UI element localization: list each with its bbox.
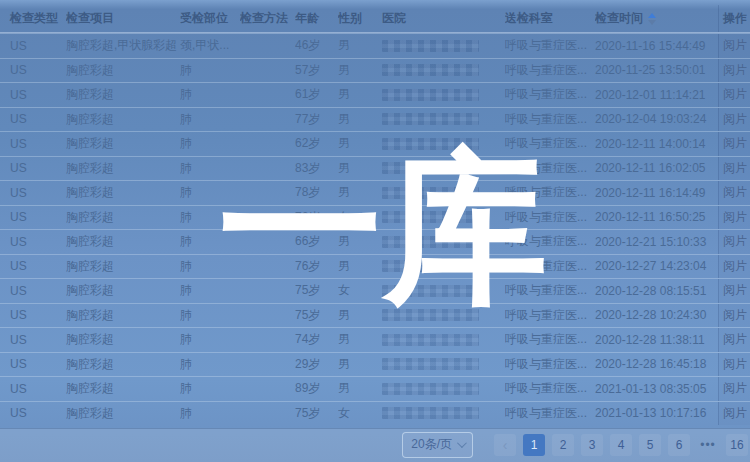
view-images-link[interactable]: 阅片 xyxy=(723,184,747,201)
column-header-time[interactable]: 检查时间 xyxy=(595,10,718,27)
cell-age: 77岁 xyxy=(295,111,338,128)
cell-part: 肺 xyxy=(180,258,240,275)
cell-op: 阅片 xyxy=(718,108,750,132)
cell-item: 胸腔彩超 xyxy=(66,331,180,348)
cell-part: 肺 xyxy=(180,405,240,422)
table-row: US胸腔彩超肺83岁男呼吸与重症医...2020-12-11 16:02:05阅… xyxy=(0,156,750,181)
view-images-link[interactable]: 阅片 xyxy=(723,356,747,373)
view-images-link[interactable]: 阅片 xyxy=(723,331,747,348)
cell-type: US xyxy=(0,284,66,298)
cell-item: 胸腔彩超 xyxy=(66,233,180,250)
view-images-link[interactable]: 阅片 xyxy=(723,37,747,54)
column-header-label: 检查项目 xyxy=(66,10,114,27)
page-button-3[interactable]: 3 xyxy=(581,434,603,456)
column-header-label: 送检科室 xyxy=(505,10,553,27)
column-header-op: 操作 xyxy=(718,5,750,32)
cell-hospital xyxy=(382,138,505,150)
cell-item: 胸腔彩超 xyxy=(66,62,180,79)
cell-type: US xyxy=(0,210,66,224)
column-header-gender: 性别 xyxy=(338,10,382,27)
view-images-link[interactable]: 阅片 xyxy=(723,86,747,103)
cell-time: 2020-12-28 16:45:18 xyxy=(595,357,718,371)
cell-op: 阅片 xyxy=(718,255,750,279)
hospital-redacted-blur xyxy=(382,187,479,199)
cell-op: 阅片 xyxy=(718,157,750,181)
hospital-redacted-blur xyxy=(382,40,479,52)
cell-age: 76岁 xyxy=(295,209,338,226)
cell-type: US xyxy=(0,88,66,102)
page-button-2[interactable]: 2 xyxy=(552,434,574,456)
cell-item: 胸腔彩超 xyxy=(66,209,180,226)
page-size-select[interactable]: 20条/页 xyxy=(402,432,473,458)
page-button-6[interactable]: 6 xyxy=(668,434,690,456)
cell-type: US xyxy=(0,112,66,126)
cell-item: 胸腔彩超 xyxy=(66,258,180,275)
view-images-link[interactable]: 阅片 xyxy=(723,380,747,397)
cell-hospital xyxy=(382,309,505,321)
hospital-redacted-blur xyxy=(382,309,479,321)
view-images-link[interactable]: 阅片 xyxy=(723,405,747,422)
column-header-method: 检查方法 xyxy=(240,10,295,27)
cell-dept: 呼吸与重症医... xyxy=(505,160,595,177)
prev-page-button[interactable]: ‹ xyxy=(494,434,516,456)
cell-hospital xyxy=(382,162,505,174)
cell-op: 阅片 xyxy=(718,59,750,83)
view-images-link[interactable]: 阅片 xyxy=(723,233,747,250)
cell-type: US xyxy=(0,333,66,347)
table-row: US胸腔彩超肺66岁男呼吸与重症医...2020-12-21 15:10:33阅… xyxy=(0,229,750,254)
cell-dept: 呼吸与重症医... xyxy=(505,307,595,324)
table-row: US胸腔彩超肺62岁男呼吸与重症医...2020-12-11 14:00:14阅… xyxy=(0,131,750,156)
cell-dept: 呼吸与重症医... xyxy=(505,62,595,79)
page-button-5[interactable]: 5 xyxy=(639,434,661,456)
cell-dept: 呼吸与重症医... xyxy=(505,258,595,275)
cell-type: US xyxy=(0,357,66,371)
cell-type: US xyxy=(0,161,66,175)
cell-dept: 呼吸与重症医... xyxy=(505,405,595,422)
view-images-link[interactable]: 阅片 xyxy=(723,135,747,152)
view-images-link[interactable]: 阅片 xyxy=(723,62,747,79)
cell-time: 2020-11-25 13:50:01 xyxy=(595,63,718,77)
cell-op: 阅片 xyxy=(718,230,750,254)
cell-op: 阅片 xyxy=(718,304,750,328)
cell-age: 62岁 xyxy=(295,135,338,152)
cell-hospital xyxy=(382,113,505,125)
last-page-button[interactable]: 16 xyxy=(726,434,748,456)
page-button-1[interactable]: 1 xyxy=(523,434,545,456)
hospital-redacted-blur xyxy=(382,285,479,297)
cell-hospital xyxy=(382,236,505,248)
table-body: US胸腔彩超,甲状腺彩超颈,甲状...46岁男呼吸与重症医...2020-11-… xyxy=(0,33,750,425)
cell-part: 肺 xyxy=(180,331,240,348)
cell-dept: 呼吸与重症医... xyxy=(505,209,595,226)
view-images-link[interactable]: 阅片 xyxy=(723,282,747,299)
cell-hospital xyxy=(382,211,505,223)
view-images-link[interactable]: 阅片 xyxy=(723,209,747,226)
cell-age: 78岁 xyxy=(295,184,338,201)
view-images-link[interactable]: 阅片 xyxy=(723,307,747,324)
view-images-link[interactable]: 阅片 xyxy=(723,258,747,275)
cell-age: 75岁 xyxy=(295,307,338,324)
cell-hospital xyxy=(382,89,505,101)
cell-part: 肺 xyxy=(180,380,240,397)
sort-carets-icon[interactable] xyxy=(648,13,656,25)
cell-time: 2020-12-01 11:14:21 xyxy=(595,88,718,102)
table-row: US胸腔彩超肺75岁女呼吸与重症医...2020-12-28 08:15:51阅… xyxy=(0,278,750,303)
cell-part: 肺 xyxy=(180,86,240,103)
view-images-link[interactable]: 阅片 xyxy=(723,160,747,177)
cell-dept: 呼吸与重症医... xyxy=(505,233,595,250)
cell-age: 75岁 xyxy=(295,282,338,299)
cell-op: 阅片 xyxy=(718,181,750,205)
cell-part: 肺 xyxy=(180,209,240,226)
pagination-ellipsis[interactable]: ••• xyxy=(697,434,719,456)
cell-gender: 女 xyxy=(338,209,382,226)
cell-age: 46岁 xyxy=(295,37,338,54)
column-header-label: 检查类型 xyxy=(10,10,58,27)
cell-gender: 男 xyxy=(338,184,382,201)
page-button-4[interactable]: 4 xyxy=(610,434,632,456)
exam-table: 检查类型检查项目受检部位检查方法年龄性别医院送检科室检查时间操作 US胸腔彩超,… xyxy=(0,5,750,425)
cell-part: 肺 xyxy=(180,282,240,299)
cell-type: US xyxy=(0,235,66,249)
cell-dept: 呼吸与重症医... xyxy=(505,135,595,152)
cell-op: 阅片 xyxy=(718,132,750,156)
hospital-redacted-blur xyxy=(382,138,479,150)
view-images-link[interactable]: 阅片 xyxy=(723,111,747,128)
